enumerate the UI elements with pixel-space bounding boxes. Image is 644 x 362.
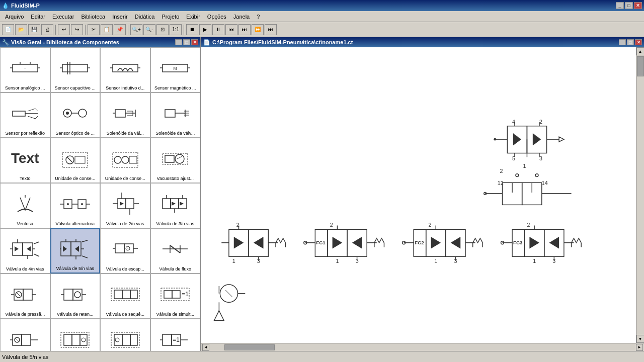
valvula-2n-label: Válvula de 2/n vias <box>106 222 144 227</box>
svg-rect-136 <box>163 334 172 345</box>
prev-button[interactable]: ⏮ <box>225 24 237 35</box>
component-valvula-fluxo[interactable]: Válvula de fluxo <box>150 228 201 274</box>
svg-line-123 <box>16 338 19 341</box>
component-valvula-2n[interactable]: Válvula de 2/n vias <box>100 183 150 228</box>
last-button[interactable]: ⏭ <box>265 24 277 35</box>
component-valvula-esc[interactable]: Válvula de escap... <box>100 228 150 274</box>
scroll-left-btn[interactable]: ◄ <box>202 344 209 351</box>
svg-rect-6 <box>62 64 88 72</box>
new-button[interactable]: 📄 <box>2 24 14 35</box>
component-sensor-optico[interactable]: Sensor óptico de ... <box>50 93 101 138</box>
menu-editar[interactable]: Editar <box>28 13 48 21</box>
sep3 <box>128 25 128 35</box>
scroll-up-btn[interactable]: ▲ <box>636 47 645 55</box>
undo-button[interactable]: ↩ <box>58 24 70 35</box>
component-sensor-analogico[interactable]: ~ Sensor analógico ... <box>0 47 50 93</box>
scroll-thumb[interactable] <box>637 56 644 76</box>
component-sensor-capacitivo[interactable]: Sensor capacitivo ... <box>50 47 101 93</box>
component-valvula-press[interactable]: Válvula de pressã... <box>0 274 50 319</box>
close-button[interactable]: ✕ <box>634 2 642 9</box>
save-button[interactable]: 💾 <box>28 24 40 35</box>
panel-minimize[interactable]: _ <box>175 39 182 45</box>
menu-projeto[interactable]: Projeto <box>158 13 182 21</box>
zoom-in-button[interactable]: 🔍+ <box>130 24 142 35</box>
maximize-button[interactable]: □ <box>625 2 633 9</box>
component-sensor-indutivo[interactable]: Sensor indutivo d... <box>100 47 150 93</box>
component-valvula-5n[interactable]: Válvula de 5/n vias <box>50 228 101 274</box>
scroll-track[interactable] <box>637 55 644 335</box>
component-solenoide2[interactable]: Solenóide da válv... <box>150 93 201 138</box>
scroll-right-btn[interactable]: ► <box>636 344 643 351</box>
component-valvula-reg[interactable]: Válvula regulado... <box>0 319 50 351</box>
component-vacuostato[interactable]: Vacuostato ajust... <box>150 138 201 183</box>
h-scroll-thumb[interactable] <box>224 344 275 350</box>
canvas-area[interactable]: 4 2 5 3 1 <box>201 47 636 333</box>
paste-button[interactable]: 📌 <box>114 24 126 35</box>
component-sensor-magnetico[interactable]: M Sensor magnético ... <box>150 47 201 93</box>
open-button[interactable]: 📂 <box>15 24 27 35</box>
horizontal-scroll-area[interactable]: ◄ ► <box>201 343 644 351</box>
panel-maximize[interactable]: □ <box>183 39 190 45</box>
scroll-down-btn[interactable]: ▼ <box>636 335 645 343</box>
canvas-title-btns[interactable]: _ □ ✕ <box>619 39 642 45</box>
stop-button[interactable]: ⏹ <box>186 24 198 35</box>
redo-button[interactable]: ↪ <box>71 24 83 35</box>
right-scrollbar[interactable]: ▲ ▼ <box>636 47 644 343</box>
canvas-maximize[interactable]: □ <box>627 39 634 45</box>
valvula-alt-label: Válvula alternadora <box>55 222 95 227</box>
svg-line-46 <box>177 156 182 159</box>
h-scroll-track[interactable] <box>209 344 636 351</box>
panel-close[interactable]: ✕ <box>191 39 198 45</box>
pause-button[interactable]: ⏸ <box>212 24 224 35</box>
component-valvula-temp2[interactable]: Válvula temporiza... <box>100 319 150 351</box>
component-solenoide1[interactable]: Solenóide da vál... <box>100 93 150 138</box>
zoom-out-button[interactable]: 🔍- <box>143 24 155 35</box>
component-valvula-sim[interactable]: =1 Válvula de simult... <box>150 274 201 319</box>
canvas-close[interactable]: ✕ <box>635 39 642 45</box>
menu-executar[interactable]: Executar <box>49 13 77 21</box>
menu-biblioteca[interactable]: Biblioteca <box>78 13 108 21</box>
component-unidade-cons2[interactable]: Unidade de conse... <box>100 138 150 183</box>
panel-title-btns[interactable]: _ □ ✕ <box>175 39 198 45</box>
component-valvula-4n[interactable]: Válvula de 4/n vias <box>0 228 50 274</box>
menu-inserir[interactable]: Inserir <box>109 13 131 21</box>
svg-line-23 <box>35 116 38 119</box>
svg-rect-134 <box>130 334 137 345</box>
svg-rect-18 <box>13 111 25 116</box>
component-valvula-alt[interactable]: Válvula alternadora <box>50 183 101 228</box>
canvas-minimize[interactable]: _ <box>619 39 626 45</box>
component-xor[interactable]: =1 XOR (OU exclus... <box>150 319 201 351</box>
component-texto[interactable]: Text Texto <box>0 138 50 183</box>
title-bar-controls[interactable]: _ □ ✕ <box>616 2 642 9</box>
component-valvula-seq[interactable]: Válvula de sequê... <box>100 274 150 319</box>
play-button[interactable]: ▶ <box>199 24 211 35</box>
step-fwd-button[interactable]: ⏭ <box>238 24 251 35</box>
valvula-5n-icon <box>52 231 99 266</box>
component-unidade-cons1[interactable]: Unidade de conse... <box>50 138 101 183</box>
component-valvula-temp1[interactable]: Válvula temporiza... <box>50 319 101 351</box>
menu-janela[interactable]: Janela <box>230 13 253 21</box>
solenoide2-icon <box>152 95 199 131</box>
svg-rect-39 <box>113 152 138 167</box>
sep2 <box>85 25 86 35</box>
minimize-button[interactable]: _ <box>616 2 624 9</box>
svg-line-234 <box>225 290 232 297</box>
fast-fwd-button[interactable]: ⏩ <box>252 24 264 35</box>
zoom-fit-button[interactable]: ⊡ <box>156 24 169 35</box>
component-sensor-reflexao[interactable]: Sensor por reflexão <box>0 93 50 138</box>
zoom-100-button[interactable]: 1:1 <box>170 24 182 35</box>
component-valvula-3n[interactable]: Válvula de 3/n vias <box>150 183 201 228</box>
menu-exibir[interactable]: Exibir <box>183 13 203 21</box>
svg-text:1: 1 <box>523 163 526 169</box>
print-button[interactable]: 🖨 <box>41 24 53 35</box>
menu-opcoes[interactable]: Opções <box>204 13 229 21</box>
menu-help[interactable]: ? <box>254 13 263 21</box>
component-ventosa[interactable]: Ventosa <box>0 183 50 228</box>
menu-arquivo[interactable]: Arquivo <box>2 13 27 21</box>
copy-button[interactable]: 📋 <box>101 24 113 35</box>
component-valvula-ret[interactable]: Válvula de reten... <box>50 274 101 319</box>
svg-marker-77 <box>27 246 31 251</box>
cut-button[interactable]: ✂ <box>88 24 100 35</box>
valvula-press-label: Válvula de pressã... <box>5 312 45 317</box>
menu-didatica[interactable]: Didática <box>132 13 158 21</box>
